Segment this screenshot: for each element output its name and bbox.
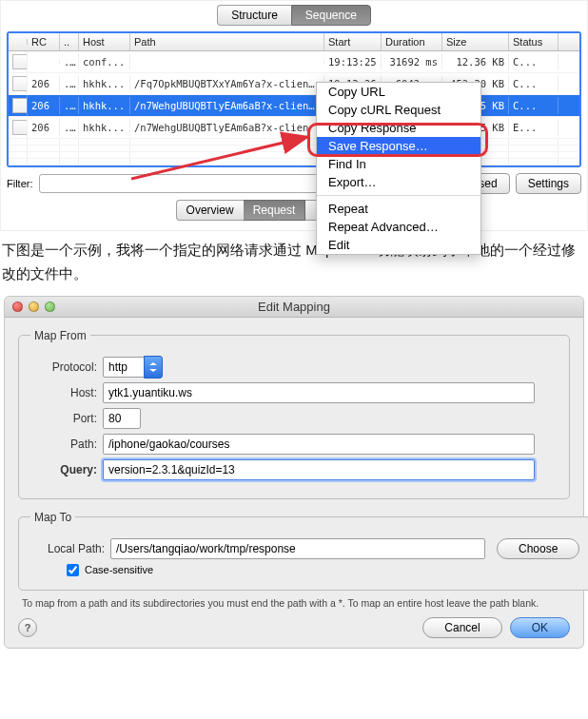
dropdown-icon[interactable] xyxy=(144,356,163,379)
zoom-icon[interactable] xyxy=(45,301,55,312)
cell-rc xyxy=(28,59,60,65)
table-header: RC .. Host Path Start Duration Size Stat… xyxy=(9,33,579,51)
table-row[interactable] xyxy=(9,139,579,146)
filter-bar: Filter: Focussed Settings xyxy=(7,173,581,194)
col-path[interactable]: Path xyxy=(130,33,324,50)
cell-path xyxy=(130,59,324,65)
host-input[interactable] xyxy=(103,382,535,403)
cell-rc: 206 xyxy=(28,75,60,92)
settings-button[interactable]: Settings xyxy=(516,173,581,194)
map-to-group: Map To Local Path: Choose Case-sensitive xyxy=(18,511,588,591)
table-row[interactable] xyxy=(9,159,579,165)
mapping-note: To map from a path and its subdirectorie… xyxy=(22,596,566,610)
port-input[interactable] xyxy=(103,408,141,429)
table-row[interactable] xyxy=(9,146,579,152)
menu-item[interactable]: Copy cURL Request xyxy=(317,101,480,119)
cancel-button[interactable]: Cancel xyxy=(422,617,501,638)
case-sensitive-checkbox[interactable] xyxy=(67,564,79,576)
col-rc[interactable]: RC xyxy=(28,33,60,50)
local-path-input[interactable] xyxy=(110,538,485,559)
menu-item[interactable]: Edit xyxy=(317,236,480,254)
menu-separator xyxy=(317,195,480,196)
dialog-title: Edit Mapping xyxy=(5,300,583,314)
ok-button[interactable]: OK xyxy=(510,617,570,638)
query-label: Query: xyxy=(30,463,97,476)
map-from-legend: Map From xyxy=(30,329,90,342)
port-label: Port: xyxy=(30,412,97,425)
menu-item[interactable]: Copy URL xyxy=(317,83,480,101)
local-path-label: Local Path: xyxy=(30,542,105,555)
svg-marker-2 xyxy=(149,362,157,365)
case-sensitive-label: Case-sensitive xyxy=(85,564,153,575)
cell-status: E... xyxy=(509,119,559,136)
cell-path: /Fq7OpkMBUQBTXxYAm6Ya?x-client-req... xyxy=(130,75,324,92)
requests-panel: Structure Sequence RC .. Host Path Start… xyxy=(0,0,588,231)
host-label: Host: xyxy=(30,386,97,399)
path-input[interactable] xyxy=(103,434,535,455)
cell-host: hkhk... xyxy=(79,119,130,136)
col-dots[interactable]: .. xyxy=(60,33,79,50)
table-row[interactable]: 206..hkhk.../Fq7OpkMBUQBTXxYAm6Ya?x-clie… xyxy=(9,73,579,95)
table-row[interactable]: 206..hkhk.../n7WehgUBUQBTlyEAm6aB?x-clie… xyxy=(9,95,579,117)
col-size[interactable]: Size xyxy=(442,33,509,50)
cell-start: 19:13:25 xyxy=(324,53,382,70)
cell-path: /n7WehgUBUQBTlyEAm6aB?x-clien xyxy=(130,119,324,136)
cell-dots: .. xyxy=(60,75,79,92)
menu-item[interactable]: Export… xyxy=(317,173,480,191)
detail-tab[interactable]: Overview xyxy=(176,200,244,221)
cell-rc: 206 xyxy=(28,119,60,136)
view-segmented-control: Structure Sequence xyxy=(7,5,581,26)
menu-item[interactable]: Save Response… xyxy=(317,137,480,155)
path-label: Path: xyxy=(30,437,97,451)
cell-rc: 206 xyxy=(28,97,60,114)
document-icon xyxy=(9,117,28,138)
cell-status: C... xyxy=(509,75,559,92)
cell-size: 12.36 KB xyxy=(442,53,509,70)
document-icon xyxy=(9,73,28,94)
protocol-select[interactable] xyxy=(103,357,162,378)
cell-duration: 31692 ms xyxy=(382,53,442,70)
detail-tab[interactable]: Request xyxy=(244,200,306,221)
cell-host: hkhk... xyxy=(79,97,130,114)
filter-label: Filter: xyxy=(7,178,33,189)
col-start[interactable]: Start xyxy=(324,33,382,50)
help-button[interactable]: ? xyxy=(18,618,37,637)
close-icon[interactable] xyxy=(12,301,23,312)
dialog-footer: ? Cancel OK xyxy=(5,612,583,638)
col-duration[interactable]: Duration xyxy=(382,33,442,50)
menu-item[interactable]: Repeat Advanced… xyxy=(317,218,480,236)
menu-item[interactable]: Find In xyxy=(317,155,480,173)
edit-mapping-dialog: Edit Mapping Map From Protocol: Host: Po… xyxy=(4,296,584,649)
requests-table[interactable]: RC .. Host Path Start Duration Size Stat… xyxy=(7,31,581,167)
col-status[interactable]: Status xyxy=(509,33,559,50)
col-host[interactable]: Host xyxy=(79,33,130,50)
dialog-titlebar[interactable]: Edit Mapping xyxy=(5,297,583,318)
cell-status: C... xyxy=(509,53,559,70)
table-row[interactable] xyxy=(9,152,579,159)
map-from-group: Map From Protocol: Host: Port: Path: Que… xyxy=(18,329,570,499)
document-icon xyxy=(9,95,28,116)
cell-dots: .. xyxy=(60,53,79,70)
choose-button[interactable]: Choose xyxy=(497,538,579,559)
table-row[interactable]: ..conf...19:13:2531692 ms12.36 KBC... xyxy=(9,51,579,73)
menu-item[interactable]: Repeat xyxy=(317,200,480,218)
document-icon xyxy=(9,51,28,72)
query-input[interactable] xyxy=(103,459,535,480)
minimize-icon[interactable] xyxy=(29,301,39,312)
cell-status: C... xyxy=(509,97,559,114)
window-controls[interactable] xyxy=(5,301,55,312)
explanation-paragraph: 下图是一个示例，我将一个指定的网络请求通过 Map Local 功能映射到了本地… xyxy=(0,231,588,294)
svg-marker-3 xyxy=(149,369,157,372)
context-menu[interactable]: Copy URLCopy cURL RequestCopy ResponseSa… xyxy=(316,82,481,255)
table-row[interactable]: 206..hkhk.../n7WehgUBUQBTlyEAm6aB?x-clie… xyxy=(9,117,579,139)
menu-item[interactable]: Copy Response xyxy=(317,119,480,137)
cell-dots: .. xyxy=(60,97,79,114)
cell-host: conf... xyxy=(79,53,130,70)
tab-sequence[interactable]: Sequence xyxy=(291,5,371,26)
cell-host: hkhk... xyxy=(79,75,130,92)
detail-tabs: OverviewRequestResponsetes xyxy=(7,200,581,221)
cell-dots: .. xyxy=(60,119,79,136)
tab-structure[interactable]: Structure xyxy=(217,5,291,26)
map-to-legend: Map To xyxy=(30,511,75,524)
protocol-label: Protocol: xyxy=(30,360,97,374)
